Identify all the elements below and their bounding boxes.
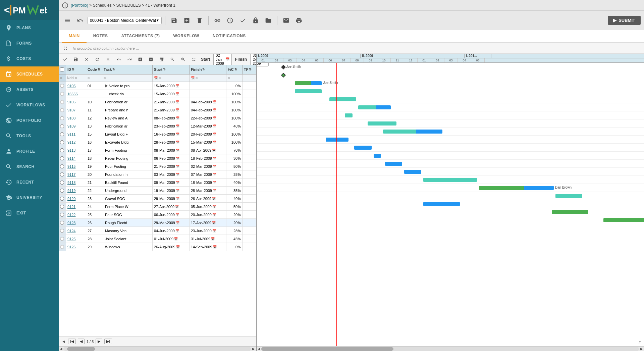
- row-id-2[interactable]: 9106: [66, 98, 86, 106]
- row-id-12[interactable]: 9118: [66, 179, 86, 186]
- next-page-btn[interactable]: ▶: [96, 339, 102, 344]
- gantt-right-arrow[interactable]: ▶: [639, 347, 644, 351]
- left-arrow-icon[interactable]: ◀: [59, 347, 63, 351]
- start-date-input[interactable]: 02-Jan-2009 📅: [213, 54, 231, 66]
- sidebar-item-workflows[interactable]: WORKFLOWS: [0, 97, 59, 113]
- start-cal-icon[interactable]: 📅: [176, 141, 179, 144]
- row-radio-1[interactable]: [60, 92, 64, 96]
- table-row[interactable]: 9106 10 Fabrication ar 21-Jan-2009 📅 04-…: [59, 98, 256, 106]
- undo-btn[interactable]: [75, 16, 86, 25]
- filter-x-code[interactable]: ✕: [87, 76, 90, 80]
- table-row[interactable]: 9109 13 Fabrication ar 23-Feb-2009 📅 12-…: [59, 122, 256, 130]
- table-row[interactable]: 9120 23 Gravel SOG 29-Mar-2009 📅 26-Apr-…: [59, 195, 256, 203]
- gantt-hscroll-track[interactable]: [261, 347, 639, 351]
- finish-cal-icon[interactable]: 📅: [213, 181, 216, 184]
- header-task[interactable]: Task ⇅: [102, 65, 153, 74]
- menu-btn[interactable]: [62, 16, 73, 25]
- row-radio-13[interactable]: [60, 189, 64, 193]
- hscroll-thumb[interactable]: [67, 347, 95, 351]
- sidebar-item-schedules[interactable]: SCHEDULES: [0, 66, 59, 82]
- print-btn[interactable]: [293, 16, 304, 25]
- row-radio-0[interactable]: [60, 84, 64, 88]
- start-cal-icon[interactable]: 📅: [176, 165, 179, 168]
- filter-x-task[interactable]: ✕: [103, 76, 106, 80]
- table-row[interactable]: 9118 21 Backfill Found 09-Mar-2009 📅 18-…: [59, 179, 256, 187]
- project-dropdown[interactable]: 000041 - Boston Medical Center-Wat ▼: [88, 17, 162, 24]
- table-row[interactable]: 9115 19 Pour Footing 21-Feb-2009 📅 02-Ma…: [59, 162, 256, 170]
- row-id-8[interactable]: 9113: [66, 146, 86, 154]
- header-start[interactable]: Start ⇅: [153, 65, 190, 74]
- table-row[interactable]: 9107 11 Prepare and h 21-Jan-2009 📅 04-F…: [59, 106, 256, 114]
- row-id-9[interactable]: 9114: [66, 154, 86, 162]
- clear-filter-btn[interactable]: [104, 56, 112, 62]
- row-id-20[interactable]: 9126: [66, 243, 86, 251]
- approve-btn[interactable]: [237, 16, 248, 25]
- header-id[interactable]: ID ⇅: [66, 65, 86, 74]
- table-row[interactable]: 9122 25 Pour SOG 06-Jun-2009 📅 20-Jun-20…: [59, 211, 256, 219]
- tab-notifications[interactable]: NOTIFICATIONS: [206, 30, 253, 43]
- filter-x-start[interactable]: ✕: [158, 76, 161, 80]
- filter-id[interactable]: NaN ✕: [66, 74, 86, 82]
- gantt-hscroll-thumb[interactable]: [261, 347, 393, 351]
- row-radio-7[interactable]: [60, 140, 64, 144]
- row-radio-4[interactable]: [60, 116, 64, 120]
- start-cal-icon[interactable]: 📅: [176, 133, 179, 136]
- start-cal-icon[interactable]: 📅: [176, 221, 179, 224]
- row-id-16[interactable]: 9122: [66, 211, 86, 218]
- start-cal-icon[interactable]: 📅: [175, 100, 179, 104]
- first-page-btn[interactable]: |◀: [68, 339, 76, 344]
- finish-cal-icon[interactable]: 📅: [212, 197, 216, 200]
- row-id-18[interactable]: 9124: [66, 227, 86, 235]
- finish-cal-icon[interactable]: 📅: [213, 100, 216, 104]
- filter-code[interactable]: ✕: [86, 74, 102, 82]
- header-finish[interactable]: Finish ⇅: [190, 65, 226, 74]
- gantt-left-arrow[interactable]: ◀: [257, 347, 261, 351]
- filter-finish[interactable]: 📅 ✕: [190, 74, 226, 82]
- row-radio-5[interactable]: [60, 124, 64, 128]
- filter-task[interactable]: ✕: [102, 74, 153, 82]
- row-radio-18[interactable]: [60, 229, 64, 233]
- finish-cal-icon[interactable]: 📅: [213, 245, 217, 249]
- row-radio-20[interactable]: [60, 245, 64, 249]
- time-btn[interactable]: [225, 16, 235, 25]
- refresh-btn[interactable]: [94, 56, 101, 62]
- start-cal-icon[interactable]: 📅: [175, 205, 179, 208]
- row-id-7[interactable]: 9112: [66, 138, 86, 146]
- table-row[interactable]: 9108 12 Review and A 08-Feb-2009 📅 22-Fe…: [59, 114, 256, 122]
- save2-btn[interactable]: [72, 56, 79, 62]
- row-id-6[interactable]: 9111: [66, 130, 86, 138]
- finish-cal-icon[interactable]: 📅: [213, 141, 216, 144]
- sidebar-item-university[interactable]: UNIVERSITY: [0, 190, 59, 205]
- row-radio-12[interactable]: [60, 181, 64, 185]
- redo-btn[interactable]: [126, 56, 133, 62]
- start-cal-icon[interactable]: 📅: [175, 213, 179, 216]
- table-row[interactable]: 9113 17 Form Footing 08-Mar-2009 📅 08-Ap…: [59, 146, 256, 154]
- row-radio-3[interactable]: [60, 108, 64, 112]
- row-id-0[interactable]: 9105: [66, 82, 86, 90]
- add2-btn[interactable]: [137, 56, 144, 62]
- fit-btn[interactable]: [190, 56, 198, 62]
- sidebar-item-plans[interactable]: PLANS: [0, 20, 59, 36]
- finish-cal-icon[interactable]: 📅: [213, 165, 216, 168]
- breadcrumb-portfolio[interactable]: (Portfolio): [71, 3, 88, 8]
- table-row[interactable]: 9124 27 Masonry Ven 04-Jun-2009 📅 23-Jun…: [59, 227, 256, 235]
- row-radio-10[interactable]: [60, 164, 64, 168]
- row-id-17[interactable]: 9123: [66, 219, 86, 227]
- row-radio-14[interactable]: [60, 197, 64, 201]
- start-cal-icon[interactable]: 📅: [176, 149, 179, 152]
- start-cal-icon[interactable]: 📅: [175, 84, 179, 88]
- start-cal-icon[interactable]: 📅: [175, 229, 179, 233]
- table-row[interactable]: 9119 22 Underground 19-Mar-2009 📅 28-Mar…: [59, 187, 256, 195]
- row-radio-6[interactable]: [60, 132, 64, 136]
- start-cal-icon[interactable]: 📅: [174, 237, 178, 241]
- start-cal-icon[interactable]: 📅: [176, 197, 179, 200]
- add-btn[interactable]: [181, 16, 192, 25]
- expand-btn[interactable]: [61, 45, 69, 52]
- row-id-13[interactable]: 9119: [66, 187, 86, 194]
- info-icon[interactable]: i: [62, 2, 68, 8]
- row-id-10[interactable]: 9115: [66, 162, 86, 170]
- start-cal-icon[interactable]: 📅: [176, 245, 180, 249]
- table-row[interactable]: 9123 26 Rough Electri 29-Mar-2009 📅 17-A…: [59, 219, 256, 227]
- finish-cal-icon[interactable]: 📅: [213, 133, 216, 136]
- finish-cal-icon[interactable]: 📅: [213, 124, 216, 128]
